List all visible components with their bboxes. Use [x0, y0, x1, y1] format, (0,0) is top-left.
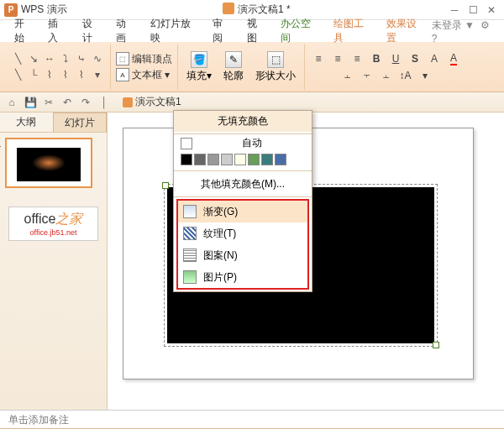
- minimize-button[interactable]: ─: [446, 3, 463, 17]
- qb-doc-tab[interactable]: 演示文稿1: [116, 93, 188, 111]
- menu-pattern[interactable]: 图案(N): [178, 244, 307, 266]
- main-area: 大纲 幻灯片 1 office之家 office.jb51.net: [0, 112, 504, 410]
- doc-icon-small: [123, 97, 133, 107]
- menu-view[interactable]: 视图: [239, 14, 273, 48]
- underline[interactable]: U: [387, 50, 404, 67]
- shape-line[interactable]: ╲: [10, 51, 25, 66]
- menu-design[interactable]: 设计: [75, 14, 108, 48]
- thumb-preview: [17, 148, 81, 181]
- tab-slides[interactable]: 幻灯片: [53, 112, 108, 132]
- textbox-button[interactable]: A 文本框▾: [116, 68, 172, 82]
- menu-start[interactable]: 开始: [7, 14, 40, 48]
- align-center[interactable]: ≡: [329, 50, 346, 67]
- qb-home-icon[interactable]: ⌂: [5, 96, 18, 109]
- menu-picture[interactable]: 图片(P): [178, 266, 307, 288]
- outline-button[interactable]: ✎ 轮廓: [220, 51, 247, 83]
- tab-outline[interactable]: 大纲: [0, 112, 53, 132]
- qb-redo-icon[interactable]: ↷: [79, 96, 92, 109]
- edit-vertex-button[interactable]: ⬚ 编辑顶点: [116, 52, 172, 66]
- color-teal[interactable]: [261, 154, 273, 165]
- menu-effects[interactable]: 效果设置: [379, 14, 432, 48]
- fill-button[interactable]: 🪣 填充▾: [183, 51, 215, 83]
- more-opts[interactable]: ▾: [417, 67, 433, 84]
- close-button[interactable]: ✕: [483, 3, 500, 17]
- shape-connector2[interactable]: ⤷: [74, 51, 89, 66]
- shape-double-arrow[interactable]: ↔: [42, 51, 57, 66]
- pattern-icon: [183, 249, 197, 262]
- fill-outline-group: 🪣 填充▾ ✎ 轮廓 ⬚ 形状大小: [178, 44, 305, 90]
- window-controls: ─ ☐ ✕: [446, 3, 500, 17]
- color-gray1[interactable]: [194, 154, 206, 165]
- menu-review[interactable]: 审阅: [205, 14, 239, 48]
- slide-thumbnail-1[interactable]: 1: [5, 138, 92, 188]
- qb-undo-icon[interactable]: ↶: [60, 96, 74, 109]
- color-blue[interactable]: [275, 154, 286, 165]
- watermark-logo: office之家 office.jb51.net: [5, 203, 102, 244]
- valign-bot[interactable]: ⫠: [378, 67, 395, 84]
- font-a[interactable]: A: [426, 50, 443, 67]
- sidebar-tabs: 大纲 幻灯片: [0, 112, 107, 133]
- valign-mid[interactable]: ⫟: [359, 67, 375, 84]
- canvas-area[interactable]: UU 无填充颜色 自动: [108, 112, 504, 410]
- bucket-icon: 🪣: [191, 51, 207, 68]
- shape-curve[interactable]: ∿: [90, 51, 105, 66]
- picture-icon: [183, 270, 197, 284]
- color-black[interactable]: [181, 154, 192, 165]
- edit-group: ⬚ 编辑顶点 A 文本框▾: [111, 44, 178, 90]
- color-gray3[interactable]: [221, 154, 233, 165]
- texture-icon: [183, 227, 197, 240]
- color-gray2[interactable]: [207, 154, 219, 165]
- gradient-icon: [183, 205, 197, 218]
- menu-auto[interactable]: 自动: [174, 136, 312, 150]
- menu-other-colors[interactable]: 其他填充颜色(M)...: [174, 173, 312, 195]
- menu-insert[interactable]: 插入: [40, 14, 74, 48]
- maximize-button[interactable]: ☐: [465, 3, 481, 17]
- gear-icon[interactable]: ⚙: [480, 19, 490, 31]
- shape-elbow[interactable]: └: [26, 67, 41, 82]
- color-green[interactable]: [248, 154, 260, 165]
- shape-line2[interactable]: ╲: [10, 67, 25, 82]
- shape-freeform[interactable]: ⌇: [74, 67, 89, 82]
- fill-submenu-highlighted: 渐变(G) 纹理(T) 图案(N) 图片(P): [176, 199, 309, 290]
- shapes-group: ╲ ↘ ↔ ⤵ ⤷ ∿ ╲ └ ⌇ ⌇ ⌇ ▾: [5, 44, 111, 90]
- menu-no-fill[interactable]: 无填充颜色: [174, 111, 312, 132]
- qb-save-icon[interactable]: 💾: [24, 96, 37, 109]
- menu-animation[interactable]: 动画: [108, 14, 142, 48]
- shape-zigzag[interactable]: ⌇: [58, 67, 73, 82]
- shape-more[interactable]: ▾: [90, 67, 105, 82]
- menu-draw-tool[interactable]: 绘图工具: [326, 14, 379, 48]
- slide[interactable]: UU 无填充颜色 自动: [123, 128, 474, 379]
- qb-cut-icon[interactable]: ✂: [42, 96, 55, 109]
- bold[interactable]: B: [368, 50, 385, 67]
- thumbnails-panel: 1 office之家 office.jb51.net: [0, 133, 107, 410]
- size-icon: ⬚: [267, 51, 284, 68]
- qb-sep: │: [97, 96, 111, 109]
- menu-texture[interactable]: 纹理(T): [178, 222, 307, 244]
- notes-pane[interactable]: 单击添加备注: [0, 410, 504, 428]
- font-color[interactable]: A: [445, 50, 462, 67]
- menu-slideshow[interactable]: 幻灯片放映: [143, 14, 205, 48]
- help-icon[interactable]: ?: [432, 33, 438, 44]
- doc-icon: [223, 3, 234, 14]
- color-swatches: [174, 150, 312, 169]
- align-right[interactable]: ≡: [349, 50, 365, 67]
- textbox-icon: A: [116, 68, 129, 81]
- shape-s[interactable]: ⌇: [42, 67, 57, 82]
- vertex-icon: ⬚: [116, 52, 129, 65]
- align-left[interactable]: ≡: [310, 50, 327, 67]
- italic[interactable]: S: [407, 50, 423, 67]
- login-area[interactable]: 未登录 ▼ ⚙ ?: [432, 18, 497, 44]
- text-dir[interactable]: ↕A: [397, 67, 414, 84]
- fill-dropdown-menu: 无填充颜色 自动 其他填充颜色(M)...: [173, 110, 312, 292]
- sidebar: 大纲 幻灯片 1 office之家 office.jb51.net: [0, 112, 108, 410]
- menu-bar: 开始 插入 设计 动画 幻灯片放映 审阅 视图 办公空间 绘图工具 效果设置 未…: [0, 20, 504, 42]
- shape-connector1[interactable]: ⤵: [58, 51, 73, 66]
- menu-gradient[interactable]: 渐变(G): [178, 201, 307, 222]
- pen-icon: ✎: [225, 51, 242, 68]
- shape-arrow[interactable]: ↘: [26, 51, 41, 66]
- color-cream[interactable]: [234, 154, 246, 165]
- valign-top[interactable]: ⫠: [339, 67, 356, 84]
- menu-office-space[interactable]: 办公空间: [273, 14, 326, 48]
- shape-size-button[interactable]: ⬚ 形状大小: [252, 51, 299, 83]
- ribbon: ╲ ↘ ↔ ⤵ ⤷ ∿ ╲ └ ⌇ ⌇ ⌇ ▾ ⬚ 编辑顶点 A 文本框▾: [0, 42, 504, 92]
